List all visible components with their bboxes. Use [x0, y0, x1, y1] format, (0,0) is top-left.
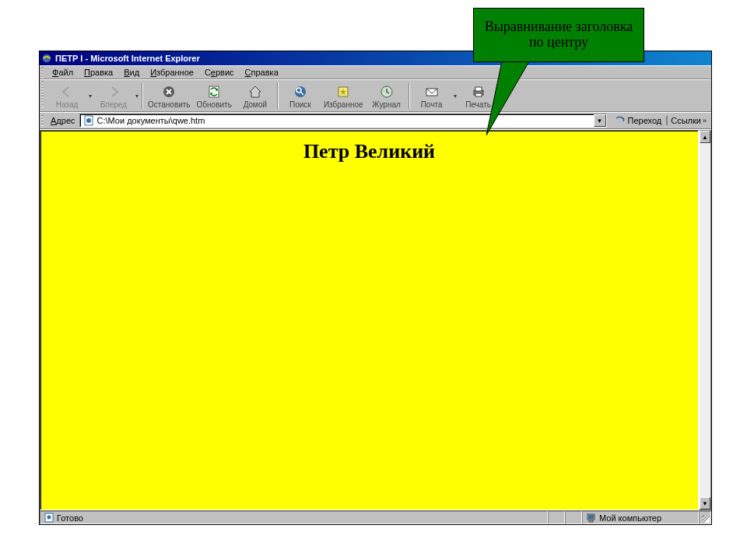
svg-rect-18	[588, 515, 594, 519]
scroll-track[interactable]	[700, 143, 710, 497]
refresh-button[interactable]: Обновить	[194, 81, 235, 110]
search-button[interactable]: Поиск	[280, 81, 321, 110]
toolbar: Назад ▾ Вперед ▾ Остановить Обновить Дом…	[40, 79, 711, 112]
callout-text: Выравнивание заголовка по центру	[482, 19, 636, 51]
search-icon	[293, 84, 308, 100]
separator	[277, 82, 279, 109]
statusbar: Готово Мой компьютер	[40, 510, 711, 524]
address-dropdown-button[interactable]: ▼	[594, 114, 606, 127]
status-main: Готово	[40, 511, 548, 524]
forward-arrow-icon	[106, 84, 121, 100]
mail-icon	[424, 84, 440, 100]
status-text: Готово	[57, 513, 83, 523]
forward-button[interactable]: Вперед	[93, 81, 134, 110]
menu-help[interactable]: Справка	[240, 67, 284, 78]
refresh-icon	[206, 84, 222, 100]
chevron-right-icon: »	[701, 117, 707, 124]
stop-icon	[161, 84, 177, 100]
status-pane-2	[565, 511, 582, 524]
stop-button[interactable]: Остановить	[145, 81, 194, 110]
page-icon	[82, 114, 95, 127]
history-icon	[379, 84, 395, 100]
chevron-down-icon[interactable]: ▾	[452, 93, 458, 100]
menubar: Файл Правка Вид Избранное Сервис Справка	[40, 65, 711, 79]
svg-rect-12	[475, 93, 482, 96]
scroll-up-button[interactable]: ▲	[700, 131, 710, 143]
menu-tools[interactable]: Сервис	[199, 67, 240, 78]
zone-text: Мой компьютер	[599, 513, 661, 523]
viewport: Петр Великий ▲ ▼	[40, 129, 711, 510]
address-bar: Адрес C:\Мои документы\qwe.htm ▼ Переход…	[40, 112, 711, 129]
go-button[interactable]: Переход	[610, 115, 667, 126]
ie-icon	[41, 53, 52, 64]
links-button[interactable]: Ссылки »	[666, 116, 710, 125]
favorites-button[interactable]: Избранное	[321, 81, 366, 110]
computer-icon	[586, 513, 597, 523]
menu-edit[interactable]: Правка	[79, 67, 118, 78]
svg-rect-19	[589, 520, 593, 522]
resize-grip[interactable]	[699, 511, 711, 524]
grip-icon[interactable]	[41, 67, 44, 78]
browser-window: ПЕТР I - Microsoft Internet Explorer Фай…	[39, 51, 712, 525]
svg-marker-0	[486, 61, 529, 135]
page-heading: Петр Великий	[40, 140, 698, 163]
menu-view[interactable]: Вид	[118, 67, 145, 78]
status-zone: Мой компьютер	[582, 511, 699, 524]
separator	[409, 82, 410, 109]
back-arrow-icon	[59, 84, 75, 100]
favorites-icon	[335, 84, 351, 100]
mail-button[interactable]: Почта	[412, 81, 452, 110]
menu-file[interactable]: Файл	[47, 67, 79, 78]
grip-icon[interactable]	[41, 81, 44, 107]
grip-icon[interactable]	[41, 115, 44, 126]
go-arrow-icon	[615, 115, 626, 126]
vertical-scrollbar[interactable]: ▲ ▼	[699, 130, 711, 510]
scroll-down-button[interactable]: ▼	[700, 497, 710, 509]
svg-point-16	[47, 516, 51, 520]
callout-annotation: Выравнивание заголовка по центру	[473, 8, 644, 62]
home-button[interactable]: Домой	[235, 81, 275, 110]
svg-rect-11	[475, 87, 482, 91]
separator	[142, 82, 143, 109]
menu-favorites[interactable]: Избранное	[145, 67, 199, 78]
chevron-down-icon[interactable]: ▾	[134, 93, 140, 100]
svg-point-14	[86, 118, 91, 123]
home-icon	[247, 84, 263, 100]
history-button[interactable]: Журнал	[366, 81, 407, 110]
address-label: Адрес	[47, 116, 79, 125]
print-icon	[471, 84, 486, 100]
chevron-down-icon[interactable]: ▾	[87, 93, 93, 100]
status-pane-1	[548, 511, 565, 524]
back-button[interactable]: Назад	[47, 81, 87, 110]
page-content[interactable]: Петр Великий	[40, 130, 699, 510]
page-icon	[44, 513, 54, 523]
